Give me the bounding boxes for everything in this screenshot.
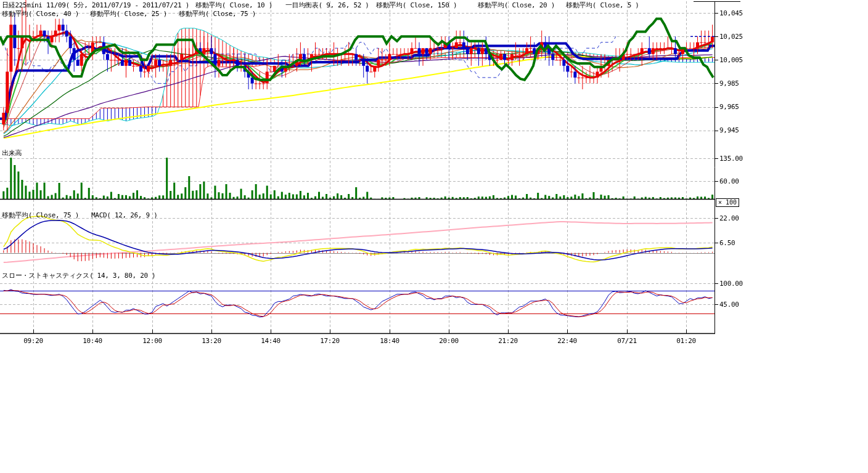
price-tick-3: 9,985 <box>719 79 739 87</box>
volume-pane-label: 出来高 <box>2 149 22 157</box>
time-tick-8: 21:20 <box>498 337 518 345</box>
time-tick-4: 14:40 <box>261 337 280 345</box>
price-tick-4: 9,965 <box>719 103 739 111</box>
legend-ichimoku: 一目均衡表( 9, 26, 52 ) <box>285 1 369 9</box>
stoch-pane-label: スロー・ストキャスティクス( 14, 3, 80, 20 ) <box>2 272 155 280</box>
price-tick-0: 10,045 <box>719 9 743 17</box>
volume-multiplier-badge: × 100 <box>716 198 739 207</box>
stoch-tick-0: 100.00 <box>719 280 743 288</box>
time-tick-10: 07/21 <box>617 337 637 345</box>
macd-pane-label: MACD( 12, 26, 9 ) <box>91 211 157 219</box>
legend-ma75: 移動平均( Close, 75 ) <box>179 10 256 18</box>
volume-tick-1: 60.00 <box>719 177 739 185</box>
time-tick-5: 17:20 <box>320 337 340 345</box>
price-tick-2: 10,005 <box>719 56 743 64</box>
time-tick-0: 09:20 <box>23 337 43 345</box>
legend-ma10: 移動平均( Close, 10 ) <box>195 1 272 9</box>
price-tick-5: 9,945 <box>719 126 739 134</box>
volume-tick-0: 135.00 <box>719 155 743 163</box>
time-tick-1: 10:40 <box>83 337 102 345</box>
legend-ma5: 移動平均( Close, 5 ) <box>566 1 639 9</box>
time-tick-6: 18:40 <box>380 337 399 345</box>
macd-tick-1: 6.50 <box>719 239 735 247</box>
time-tick-2: 12:00 <box>142 337 162 345</box>
chart-title: 日経225mini 11/09( 5分, 2011/07/19 - 2011/0… <box>2 1 189 9</box>
legend-ma150: 移動平均( Close, 150 ) <box>376 1 457 9</box>
time-tick-11: 01:20 <box>676 337 696 345</box>
macd-ma-label: 移動平均( Close, 75 ) <box>2 211 79 219</box>
legend-ma40: 移動平均( Close, 40 ) <box>2 10 79 18</box>
price-tick-1: 10,025 <box>719 33 743 41</box>
time-tick-9: 22:40 <box>557 337 577 345</box>
legend-ma25: 移動平均( Close, 25 ) <box>90 10 167 18</box>
chart-window: 日経225mini 11/09( 5分, 2011/07/19 - 2011/0… <box>0 0 868 473</box>
time-tick-7: 20:00 <box>439 337 459 345</box>
time-tick-3: 13:20 <box>202 337 221 345</box>
legend-ma20: 移動平均( Close, 20 ) <box>478 1 555 9</box>
macd-tick-0: 22.00 <box>719 214 739 222</box>
stoch-tick-1: 45.00 <box>719 301 739 309</box>
price-chart-canvas[interactable] <box>0 0 868 473</box>
